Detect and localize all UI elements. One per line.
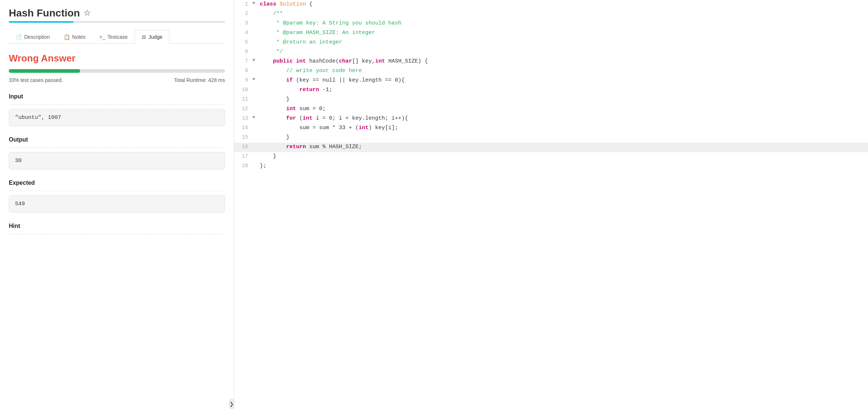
expected-label: Expected <box>9 180 225 186</box>
hint-label: Hint <box>9 223 225 229</box>
description-icon: 📄 <box>16 34 22 40</box>
expected-divider <box>9 191 225 191</box>
code-line-4: 4 * @param HASH_SIZE: An integer <box>234 29 868 38</box>
code-line-12: 12 int sum = 0; <box>234 105 868 114</box>
collapse-button[interactable]: ❯ <box>229 399 234 409</box>
stats-row: 33% test cases passed. Total Runtime: 42… <box>9 77 225 83</box>
code-line-11: 11 } <box>234 95 868 105</box>
test-progress-fill <box>9 69 80 73</box>
code-line-15: 15 } <box>234 133 868 143</box>
expected-value: 549 <box>9 195 225 213</box>
hint-divider <box>9 234 225 234</box>
status-badge: Wrong Answer <box>9 53 225 64</box>
input-label: Input <box>9 93 225 100</box>
code-line-13: 13 ▼ for (int i = 0; i < key.length; i++… <box>234 114 868 124</box>
tab-judge[interactable]: ⚖ Judge <box>135 30 169 44</box>
total-runtime: Total Runtime: 428 ms <box>174 77 225 83</box>
left-panel: Hash Function ☆ 📄 Description 📋 Notes >_… <box>0 0 234 409</box>
output-label: Output <box>9 136 225 143</box>
notes-icon: 📋 <box>64 34 70 40</box>
input-divider <box>9 104 225 105</box>
code-line-3: 3 * @param key: A String you should hash <box>234 19 868 29</box>
code-line-8: 8 // write your code here <box>234 67 868 76</box>
code-line-7: 7 ▼ public int hashCode(char[] key,int H… <box>234 57 868 67</box>
testcase-icon: >_ <box>100 34 105 40</box>
output-value: 30 <box>9 152 225 169</box>
judge-icon: ⚖ <box>142 34 146 40</box>
top-progress-fill <box>9 21 74 23</box>
test-cases-passed: 33% test cases passed. <box>9 77 63 83</box>
code-line-10: 10 return -1; <box>234 86 868 95</box>
test-progress-bar <box>9 69 225 73</box>
code-line-16: 16 return sum % HASH_SIZE; <box>234 143 868 152</box>
code-line-17: 17 } <box>234 152 868 162</box>
code-line-1: 1 ▼ class Solution { <box>234 0 868 10</box>
problem-title-row: Hash Function ☆ <box>9 7 225 19</box>
tab-description[interactable]: 📄 Description <box>9 30 57 44</box>
tabs-container: 📄 Description 📋 Notes >_ Testcase ⚖ Judg… <box>9 30 225 44</box>
code-line-6: 6 */ <box>234 48 868 57</box>
problem-title: Hash Function <box>9 7 80 19</box>
code-line-18: 18 }; <box>234 162 868 171</box>
code-editor[interactable]: 1 ▼ class Solution { 2 /** 3 * @param ke… <box>234 0 868 409</box>
tab-testcase[interactable]: >_ Testcase <box>93 30 135 44</box>
code-line-5: 5 * @return an integer <box>234 38 868 48</box>
code-line-14: 14 sum = sum * 33 + (int) key[i]; <box>234 124 868 133</box>
star-icon[interactable]: ☆ <box>83 8 91 18</box>
top-progress-bar <box>9 21 225 23</box>
output-divider <box>9 147 225 148</box>
code-line-9: 9 ▼ if (key == null || key.length == 0){ <box>234 76 868 86</box>
code-editor-panel: 1 ▼ class Solution { 2 /** 3 * @param ke… <box>234 0 868 409</box>
code-line-2: 2 /** <box>234 10 868 19</box>
tab-notes[interactable]: 📋 Notes <box>57 30 93 44</box>
judge-panel: Wrong Answer 33% test cases passed. Tota… <box>9 53 225 239</box>
input-value: "ubuntu", 1007 <box>9 109 225 126</box>
